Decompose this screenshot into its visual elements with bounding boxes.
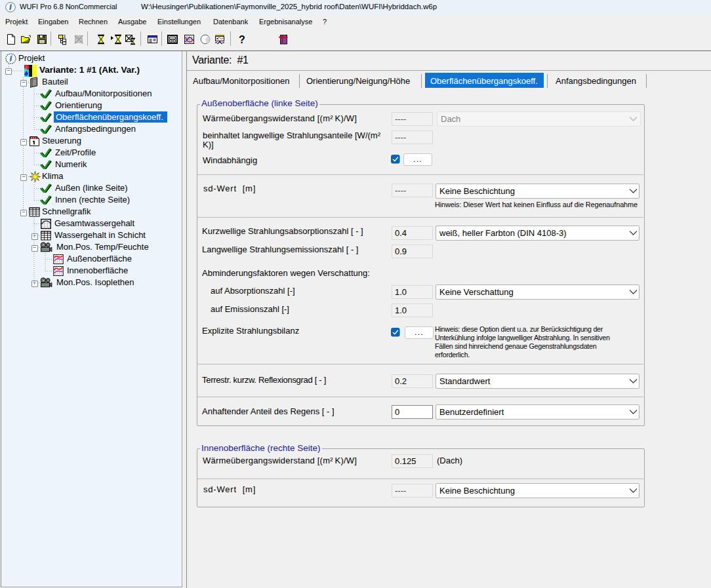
svg-text:3: 3 xyxy=(63,34,66,39)
svg-text:?: ? xyxy=(239,34,245,45)
